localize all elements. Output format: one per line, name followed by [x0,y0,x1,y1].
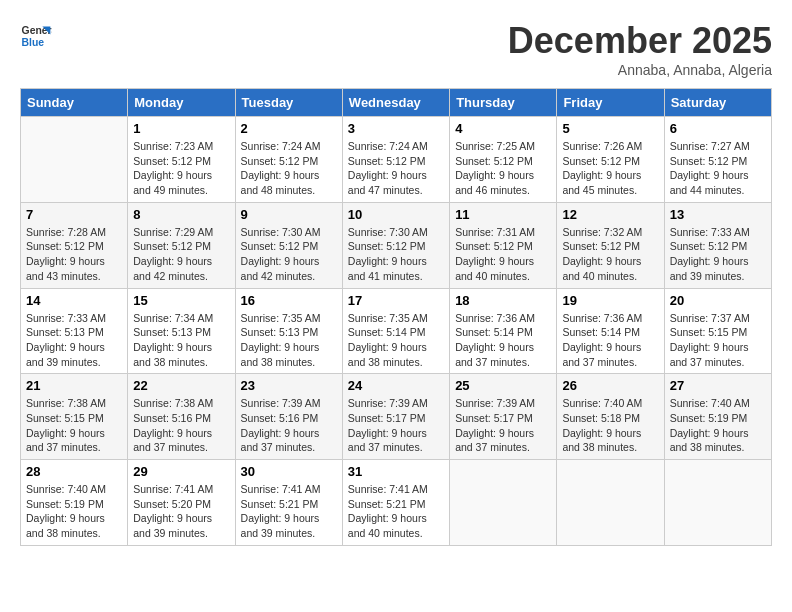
week-row-2: 7Sunrise: 7:28 AM Sunset: 5:12 PM Daylig… [21,202,772,288]
day-cell: 24Sunrise: 7:39 AM Sunset: 5:17 PM Dayli… [342,374,449,460]
day-number: 12 [562,207,658,222]
day-number: 8 [133,207,229,222]
day-info: Sunrise: 7:39 AM Sunset: 5:17 PM Dayligh… [455,396,551,455]
day-info: Sunrise: 7:24 AM Sunset: 5:12 PM Dayligh… [348,139,444,198]
day-info: Sunrise: 7:36 AM Sunset: 5:14 PM Dayligh… [562,311,658,370]
day-cell: 3Sunrise: 7:24 AM Sunset: 5:12 PM Daylig… [342,117,449,203]
day-info: Sunrise: 7:30 AM Sunset: 5:12 PM Dayligh… [348,225,444,284]
header-cell-tuesday: Tuesday [235,89,342,117]
week-row-4: 21Sunrise: 7:38 AM Sunset: 5:15 PM Dayli… [21,374,772,460]
day-number: 5 [562,121,658,136]
day-info: Sunrise: 7:41 AM Sunset: 5:21 PM Dayligh… [348,482,444,541]
day-number: 11 [455,207,551,222]
day-cell [21,117,128,203]
day-cell: 30Sunrise: 7:41 AM Sunset: 5:21 PM Dayli… [235,460,342,546]
day-number: 3 [348,121,444,136]
header-cell-thursday: Thursday [450,89,557,117]
day-cell [450,460,557,546]
day-cell: 8Sunrise: 7:29 AM Sunset: 5:12 PM Daylig… [128,202,235,288]
day-number: 23 [241,378,337,393]
day-info: Sunrise: 7:39 AM Sunset: 5:16 PM Dayligh… [241,396,337,455]
day-cell: 14Sunrise: 7:33 AM Sunset: 5:13 PM Dayli… [21,288,128,374]
day-cell: 19Sunrise: 7:36 AM Sunset: 5:14 PM Dayli… [557,288,664,374]
day-number: 26 [562,378,658,393]
day-number: 20 [670,293,766,308]
page-header: General Blue December 2025 Annaba, Annab… [20,20,772,78]
day-info: Sunrise: 7:41 AM Sunset: 5:20 PM Dayligh… [133,482,229,541]
day-info: Sunrise: 7:32 AM Sunset: 5:12 PM Dayligh… [562,225,658,284]
day-info: Sunrise: 7:35 AM Sunset: 5:14 PM Dayligh… [348,311,444,370]
day-info: Sunrise: 7:28 AM Sunset: 5:12 PM Dayligh… [26,225,122,284]
day-number: 27 [670,378,766,393]
day-info: Sunrise: 7:24 AM Sunset: 5:12 PM Dayligh… [241,139,337,198]
day-cell: 29Sunrise: 7:41 AM Sunset: 5:20 PM Dayli… [128,460,235,546]
day-cell: 2Sunrise: 7:24 AM Sunset: 5:12 PM Daylig… [235,117,342,203]
day-cell: 31Sunrise: 7:41 AM Sunset: 5:21 PM Dayli… [342,460,449,546]
day-cell: 6Sunrise: 7:27 AM Sunset: 5:12 PM Daylig… [664,117,771,203]
day-info: Sunrise: 7:40 AM Sunset: 5:19 PM Dayligh… [26,482,122,541]
day-cell: 18Sunrise: 7:36 AM Sunset: 5:14 PM Dayli… [450,288,557,374]
day-number: 7 [26,207,122,222]
logo-icon: General Blue [20,20,52,52]
day-info: Sunrise: 7:23 AM Sunset: 5:12 PM Dayligh… [133,139,229,198]
day-cell: 21Sunrise: 7:38 AM Sunset: 5:15 PM Dayli… [21,374,128,460]
day-number: 31 [348,464,444,479]
day-number: 14 [26,293,122,308]
day-cell: 20Sunrise: 7:37 AM Sunset: 5:15 PM Dayli… [664,288,771,374]
day-info: Sunrise: 7:38 AM Sunset: 5:15 PM Dayligh… [26,396,122,455]
day-info: Sunrise: 7:31 AM Sunset: 5:12 PM Dayligh… [455,225,551,284]
day-info: Sunrise: 7:26 AM Sunset: 5:12 PM Dayligh… [562,139,658,198]
day-number: 18 [455,293,551,308]
calendar-header: SundayMondayTuesdayWednesdayThursdayFrid… [21,89,772,117]
day-info: Sunrise: 7:29 AM Sunset: 5:12 PM Dayligh… [133,225,229,284]
day-info: Sunrise: 7:37 AM Sunset: 5:15 PM Dayligh… [670,311,766,370]
day-info: Sunrise: 7:40 AM Sunset: 5:18 PM Dayligh… [562,396,658,455]
week-row-5: 28Sunrise: 7:40 AM Sunset: 5:19 PM Dayli… [21,460,772,546]
header-cell-sunday: Sunday [21,89,128,117]
day-info: Sunrise: 7:35 AM Sunset: 5:13 PM Dayligh… [241,311,337,370]
day-number: 28 [26,464,122,479]
day-number: 25 [455,378,551,393]
day-cell: 23Sunrise: 7:39 AM Sunset: 5:16 PM Dayli… [235,374,342,460]
day-cell: 27Sunrise: 7:40 AM Sunset: 5:19 PM Dayli… [664,374,771,460]
day-number: 22 [133,378,229,393]
day-number: 24 [348,378,444,393]
calendar-table: SundayMondayTuesdayWednesdayThursdayFrid… [20,88,772,546]
day-cell: 12Sunrise: 7:32 AM Sunset: 5:12 PM Dayli… [557,202,664,288]
day-number: 10 [348,207,444,222]
header-cell-monday: Monday [128,89,235,117]
header-cell-friday: Friday [557,89,664,117]
day-info: Sunrise: 7:33 AM Sunset: 5:13 PM Dayligh… [26,311,122,370]
week-row-3: 14Sunrise: 7:33 AM Sunset: 5:13 PM Dayli… [21,288,772,374]
day-info: Sunrise: 7:38 AM Sunset: 5:16 PM Dayligh… [133,396,229,455]
day-cell: 10Sunrise: 7:30 AM Sunset: 5:12 PM Dayli… [342,202,449,288]
day-info: Sunrise: 7:34 AM Sunset: 5:13 PM Dayligh… [133,311,229,370]
day-info: Sunrise: 7:41 AM Sunset: 5:21 PM Dayligh… [241,482,337,541]
header-row: SundayMondayTuesdayWednesdayThursdayFrid… [21,89,772,117]
day-cell: 7Sunrise: 7:28 AM Sunset: 5:12 PM Daylig… [21,202,128,288]
day-number: 16 [241,293,337,308]
day-cell: 17Sunrise: 7:35 AM Sunset: 5:14 PM Dayli… [342,288,449,374]
day-info: Sunrise: 7:30 AM Sunset: 5:12 PM Dayligh… [241,225,337,284]
svg-text:Blue: Blue [22,37,45,48]
header-cell-wednesday: Wednesday [342,89,449,117]
day-cell: 15Sunrise: 7:34 AM Sunset: 5:13 PM Dayli… [128,288,235,374]
day-cell: 4Sunrise: 7:25 AM Sunset: 5:12 PM Daylig… [450,117,557,203]
day-cell: 16Sunrise: 7:35 AM Sunset: 5:13 PM Dayli… [235,288,342,374]
day-cell: 25Sunrise: 7:39 AM Sunset: 5:17 PM Dayli… [450,374,557,460]
day-info: Sunrise: 7:27 AM Sunset: 5:12 PM Dayligh… [670,139,766,198]
day-number: 13 [670,207,766,222]
day-number: 29 [133,464,229,479]
calendar-body: 1Sunrise: 7:23 AM Sunset: 5:12 PM Daylig… [21,117,772,546]
day-info: Sunrise: 7:40 AM Sunset: 5:19 PM Dayligh… [670,396,766,455]
day-number: 17 [348,293,444,308]
day-info: Sunrise: 7:33 AM Sunset: 5:12 PM Dayligh… [670,225,766,284]
day-number: 15 [133,293,229,308]
day-cell [557,460,664,546]
day-cell: 22Sunrise: 7:38 AM Sunset: 5:16 PM Dayli… [128,374,235,460]
month-title: December 2025 [508,20,772,62]
day-number: 6 [670,121,766,136]
day-info: Sunrise: 7:39 AM Sunset: 5:17 PM Dayligh… [348,396,444,455]
location-subtitle: Annaba, Annaba, Algeria [508,62,772,78]
day-cell: 11Sunrise: 7:31 AM Sunset: 5:12 PM Dayli… [450,202,557,288]
